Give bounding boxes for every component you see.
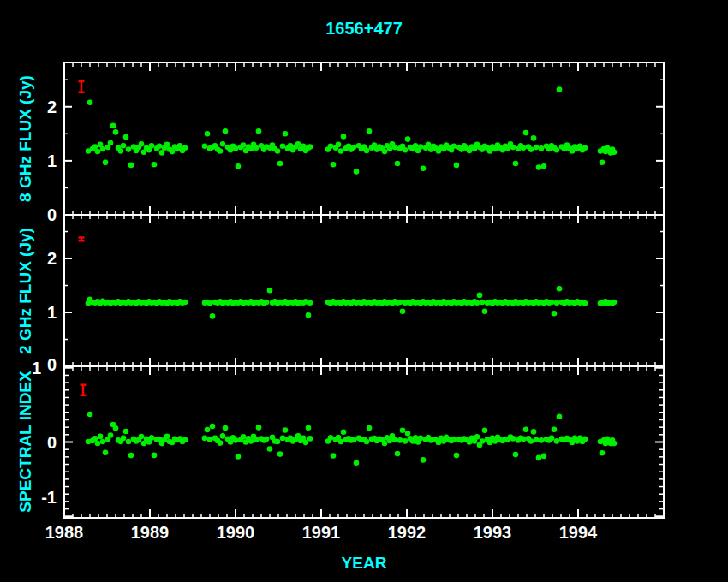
data-point [254,145,260,151]
data-point [539,437,545,443]
tick-label: 1990 [217,523,255,542]
data-point [121,436,127,442]
data-point [536,164,542,170]
data-point [164,142,170,148]
data-point [400,309,406,315]
data-point [474,434,480,440]
data-point [351,145,357,151]
tick-label: 2 [47,98,57,116]
data-points [86,86,618,466]
tick-label: 1 [47,303,57,322]
data-point [367,425,373,431]
data-point [480,438,486,444]
data-point [307,436,313,442]
error-bar-indicator [79,81,85,92]
data-point [295,141,301,147]
data-point [557,86,563,92]
data-point [528,438,534,444]
data-point [351,437,357,443]
data-point [92,436,98,442]
data-point [241,142,247,148]
data-point [280,436,286,442]
data-point [218,440,224,446]
data-point [277,451,283,457]
tick-label: 0 [47,205,57,224]
data-point [554,300,560,306]
data-point [521,145,527,151]
data-point [528,146,534,152]
data-point [205,427,211,433]
tick-label: 1991 [302,523,341,542]
data-point [128,453,134,459]
tick-label: 1 [47,151,57,170]
data-point [539,146,545,151]
data-point [382,149,388,155]
data-point [95,149,101,155]
data-point [241,434,247,440]
data-point [421,165,427,171]
data-point [121,143,127,149]
x-axis-title: YEAR [342,554,387,572]
error-bar-indicator [81,385,87,395]
plot-screen: 1656+477 8 GHz FLUX (Jy) 2 GHz FLUX (Jy)… [0,0,728,582]
data-point [400,428,406,434]
data-point [421,457,427,463]
data-point [182,300,188,306]
data-point [367,128,373,134]
data-point [480,300,486,306]
data-point [418,436,424,442]
data-point [233,146,239,151]
data-point [392,437,398,443]
data-point [536,455,542,461]
data-point [354,169,360,175]
data-point [108,140,114,146]
data-point [612,300,618,306]
data-point [541,454,547,460]
data-point [397,437,403,443]
data-point [256,425,262,431]
data-point [451,436,457,442]
data-point [454,453,460,459]
data-point [128,163,134,169]
data-point [267,446,273,452]
frame-border [64,62,664,518]
tick-label: 1994 [559,523,598,542]
data-point [267,288,273,294]
data-point [403,438,409,444]
data-point [103,450,109,456]
data-point [139,434,145,440]
data-point [338,439,344,445]
data-point [454,163,460,169]
data-point [510,436,516,442]
data-point [338,148,344,154]
data-point [534,437,540,443]
data-point [426,142,432,148]
data-point [264,300,270,306]
data-point [364,439,370,445]
data-point [100,146,106,152]
data-point [113,425,119,431]
data-point [126,439,132,445]
data-point [275,439,281,445]
data-point [123,134,129,140]
data-point [331,453,337,459]
data-point [612,150,618,156]
data-point [92,144,98,150]
data-point [264,436,270,442]
data-point [523,426,529,432]
tick-label: -1 [41,488,57,507]
data-point [341,134,347,140]
data-point [177,143,183,149]
data-point [157,144,163,150]
data-point [223,128,229,134]
data-point [118,148,124,154]
axis-ticks [64,62,664,518]
error-bar-indicator [79,237,85,241]
data-point [521,436,527,442]
data-point [152,162,158,168]
data-point [87,99,93,105]
data-point [152,453,158,459]
data-point [283,131,289,137]
data-point [210,313,216,319]
data-point [100,439,106,445]
